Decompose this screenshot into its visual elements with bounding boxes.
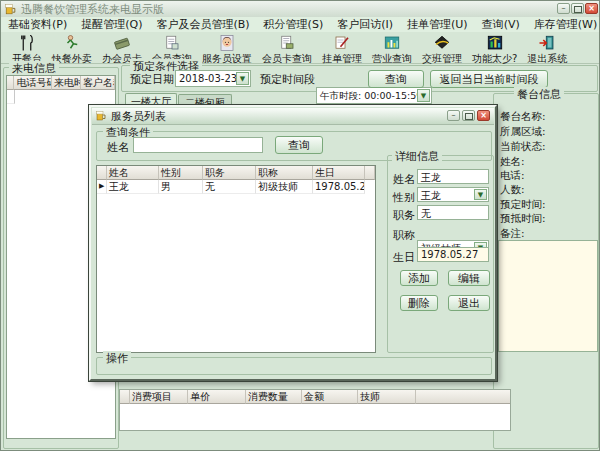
cell-title: 初级技师 <box>256 180 313 194</box>
pending-note-icon <box>333 33 351 52</box>
cell-birthday: 1978.05.27 <box>313 180 365 194</box>
toolbar: 开餐台 快餐外卖 办会员卡 会员查询 服务员设置 会员卡查询 挂单管理 营业查 <box>1 32 600 64</box>
dialog-close-button[interactable]: × <box>477 110 490 121</box>
toolbar-member-card-query[interactable]: 会员卡查询 <box>257 33 317 66</box>
detail-duty-label: 职务 <box>393 208 415 223</box>
app-icon <box>4 0 17 19</box>
caller-empty-row[interactable] <box>7 90 115 104</box>
detail-gender-value: 王龙 <box>421 190 441 201</box>
col-name: 姓名 <box>107 166 159 180</box>
detail-gender-label: 性别 <box>393 190 415 205</box>
chevron-down-icon[interactable]: ▼ <box>474 189 487 200</box>
reservation-date-select[interactable]: 2018-03-23 ▼ <box>175 70 251 87</box>
toolbar-label: 挂单管理 <box>322 52 362 66</box>
label-remark: 备注: <box>500 227 525 241</box>
detail-info-group: 详细信息 姓名 王龙 性别 王龙 ▼ 职务 无 职称 初级技师 ▼ 生日 197… <box>387 155 494 353</box>
waiter-list-dialog: 服务员列表 – × 查询条件 姓名 查询 姓名 性别 职务 职称 生日 ▶ <box>89 105 497 381</box>
toolbar-more-features[interactable]: 功能太少? <box>467 33 522 66</box>
cell-name: 王龙 <box>107 180 159 194</box>
reservation-time-label: 预定时间段 <box>260 72 315 87</box>
remark-textarea[interactable] <box>498 240 598 352</box>
waiter-table[interactable]: 姓名 性别 职务 职称 生日 ▶ 王龙 男 无 初级技师 1978.05.27 <box>96 165 376 353</box>
detail-title-label: 职称 <box>393 228 415 243</box>
detail-duty-input[interactable]: 无 <box>417 205 489 220</box>
caller-col-time: 来电时间 <box>52 76 81 90</box>
operation-group-title: 操作 <box>103 351 131 366</box>
toolbar-shift-management[interactable]: 交班管理 <box>417 33 467 66</box>
app-window: 迅腾餐饮管理系统来电显示版 – × 基础资料(P) 提醒管理(Q) 客户及会员管… <box>0 0 600 451</box>
menu-customer-visit[interactable]: 客户回访(I) <box>330 17 400 32</box>
toolbar-waiter-settings[interactable]: 服务员设置 <box>197 33 257 66</box>
col-consume-item: 消费项目 <box>130 390 188 404</box>
fork-knife-icon <box>18 33 36 52</box>
waiter-query-button[interactable]: 查询 <box>275 136 323 154</box>
reservation-time-value: 午市时段: 00:00-15:59 <box>320 90 422 101</box>
label-reserve-time: 预定时间: <box>500 198 546 212</box>
col-technician: 技师 <box>358 390 416 404</box>
cell-duty: 无 <box>203 180 256 194</box>
col-duty: 职务 <box>203 166 256 180</box>
toolbar-label: 服务员设置 <box>202 52 252 66</box>
reservation-query-button[interactable]: 查询 <box>368 70 424 88</box>
label-people-count: 人数: <box>500 183 525 197</box>
detail-birthday-input[interactable]: 1978.05.27 <box>417 247 489 262</box>
edit-button[interactable]: 编辑 <box>448 270 490 286</box>
menu-pending-order[interactable]: 挂单管理(U) <box>400 17 475 32</box>
business-chart-icon <box>383 33 401 52</box>
toolbar-business-query[interactable]: 营业查询 <box>367 33 417 66</box>
col-birthday: 生日 <box>313 166 365 180</box>
label-area: 所属区域: <box>500 125 546 139</box>
exit-button[interactable]: 退出 <box>448 295 490 311</box>
chevron-down-icon[interactable]: ▼ <box>236 72 249 85</box>
label-status: 当前状态: <box>500 140 546 154</box>
features-chart-icon <box>486 33 504 52</box>
label-arrive-time: 预抵时间: <box>500 212 546 226</box>
window-title: 迅腾餐饮管理系统来电显示版 <box>21 2 164 17</box>
consumption-table[interactable]: 消费项目 单价 消费数量 金额 技师 <box>119 389 511 431</box>
maximize-button[interactable] <box>571 3 584 14</box>
waiter-face-icon <box>218 33 236 52</box>
dialog-title: 服务员列表 <box>111 109 166 124</box>
dialog-maximize-button[interactable] <box>462 110 475 121</box>
menu-query[interactable]: 查询(V) <box>475 17 527 32</box>
return-current-period-button[interactable]: 返回当日当前时间段 <box>430 70 548 88</box>
cell-gender: 男 <box>159 180 203 194</box>
waiter-table-header: 姓名 性别 职务 职称 生日 <box>97 166 375 180</box>
detail-name-label: 姓名 <box>393 172 415 187</box>
exit-door-icon <box>538 33 556 52</box>
shift-diamond-icon <box>433 33 451 52</box>
close-button[interactable]: × <box>585 3 598 14</box>
col-unit-price: 单价 <box>188 390 246 404</box>
menu-basic-data[interactable]: 基础资料(P) <box>1 17 74 32</box>
caller-panel-title: 来电信息 <box>9 61 59 76</box>
minimize-button[interactable]: – <box>557 3 570 14</box>
caller-col-phone: 电话号码 <box>14 76 51 90</box>
reservation-date-value: 2018-03-23 <box>179 73 237 84</box>
toolbar-label: 会员卡查询 <box>262 52 312 66</box>
delete-button[interactable]: 删除 <box>400 295 438 311</box>
col-amount: 金额 <box>302 390 358 404</box>
detail-name-input[interactable]: 王龙 <box>417 169 489 184</box>
menu-customer-member[interactable]: 客户及会员管理(B) <box>149 17 256 32</box>
waiter-table-row[interactable]: ▶ 王龙 男 无 初级技师 1978.05.27 <box>97 180 375 194</box>
toolbar-exit-system[interactable]: 退出系统 <box>522 33 572 66</box>
member-card-icon <box>113 33 131 52</box>
reservation-time-select[interactable]: 午市时段: 00:00-15:59 ▼ <box>316 87 432 104</box>
dialog-minimize-button[interactable]: – <box>447 110 460 121</box>
chevron-down-icon[interactable]: ▼ <box>417 89 430 102</box>
menu-points[interactable]: 积分管理(S) <box>257 17 331 32</box>
col-gender: 性别 <box>159 166 203 180</box>
label-phone: 电话: <box>500 169 525 183</box>
detail-gender-select[interactable]: 王龙 ▼ <box>417 187 489 202</box>
caller-col-customer: 客户名称 <box>81 76 115 90</box>
menu-bar: 基础资料(P) 提醒管理(Q) 客户及会员管理(B) 积分管理(S) 客户回访(… <box>1 17 600 33</box>
menu-inventory[interactable]: 库存管理(W) <box>527 17 600 32</box>
detail-group-title: 详细信息 <box>392 149 442 164</box>
add-button[interactable]: 添加 <box>400 270 438 286</box>
menu-reminder[interactable]: 提醒管理(Q) <box>74 17 149 32</box>
consumption-table-header: 消费项目 单价 消费数量 金额 技师 <box>120 390 510 404</box>
reservation-date-label: 预定日期 <box>130 72 174 87</box>
toolbar-pending-order[interactable]: 挂单管理 <box>317 33 367 66</box>
waiter-name-input[interactable] <box>133 137 263 153</box>
row-marker-icon: ▶ <box>97 180 107 194</box>
